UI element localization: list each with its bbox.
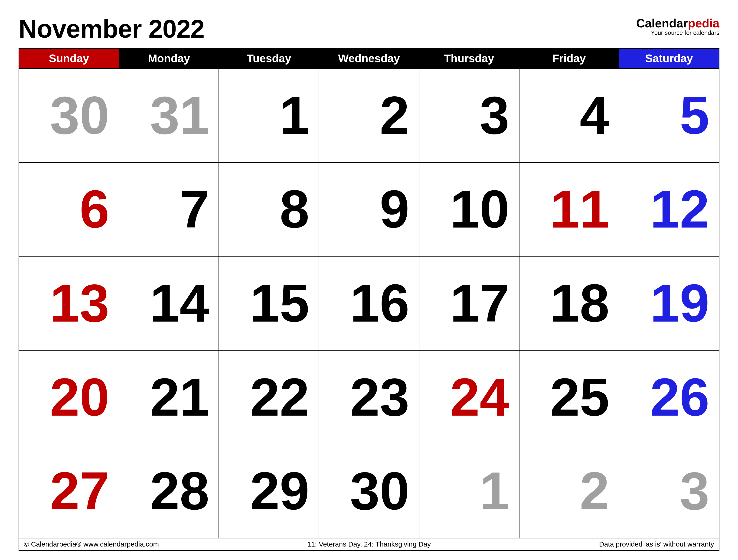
day-cell: 5	[619, 68, 719, 162]
day-cell: 16	[319, 256, 419, 350]
brand-tagline: Your source for calendars	[636, 29, 719, 36]
brand-part1: Calendar	[636, 16, 688, 30]
day-cell: 15	[219, 256, 319, 350]
footer-holidays: 11: Veterans Day, 24: Thanksgiving Day	[254, 540, 484, 548]
day-header-row: Sunday Monday Tuesday Wednesday Thursday…	[19, 48, 719, 68]
day-cell: 2	[519, 444, 619, 538]
day-cell: 30	[19, 68, 119, 162]
page-title: November 2022	[19, 14, 205, 43]
day-cell: 13	[19, 256, 119, 350]
day-cell: 11	[519, 162, 619, 256]
day-cell: 4	[519, 68, 619, 162]
footer-warranty: Data provided 'as is' without warranty	[484, 540, 714, 548]
day-cell: 3	[619, 444, 719, 538]
calendar-table: Sunday Monday Tuesday Wednesday Thursday…	[19, 48, 719, 538]
day-cell: 28	[119, 444, 219, 538]
header: November 2022 Calendarpedia Your source …	[19, 14, 719, 43]
day-cell: 27	[19, 444, 119, 538]
week-row: 27282930123	[19, 444, 719, 538]
day-cell: 19	[619, 256, 719, 350]
week-row: 303112345	[19, 68, 719, 162]
footer-copyright: © Calendarpedia® www.calendarpedia.com	[24, 540, 254, 548]
day-cell: 23	[319, 350, 419, 444]
brand-part2: pedia	[688, 16, 719, 30]
brand-block: Calendarpedia Your source for calendars	[636, 14, 719, 36]
footer: © Calendarpedia® www.calendarpedia.com 1…	[19, 538, 719, 551]
day-cell: 22	[219, 350, 319, 444]
day-cell: 25	[519, 350, 619, 444]
day-header-wednesday: Wednesday	[319, 48, 419, 68]
day-cell: 17	[419, 256, 519, 350]
day-cell: 12	[619, 162, 719, 256]
day-header-saturday: Saturday	[619, 48, 719, 68]
day-cell: 3	[419, 68, 519, 162]
day-cell: 14	[119, 256, 219, 350]
day-cell: 21	[119, 350, 219, 444]
day-cell: 29	[219, 444, 319, 538]
brand-name: Calendarpedia	[636, 16, 719, 30]
day-cell: 7	[119, 162, 219, 256]
day-cell: 30	[319, 444, 419, 538]
week-row: 6789101112	[19, 162, 719, 256]
day-cell: 6	[19, 162, 119, 256]
day-header-friday: Friday	[519, 48, 619, 68]
day-cell: 1	[219, 68, 319, 162]
day-cell: 26	[619, 350, 719, 444]
day-cell: 1	[419, 444, 519, 538]
day-cell: 20	[19, 350, 119, 444]
week-row: 20212223242526	[19, 350, 719, 444]
day-cell: 8	[219, 162, 319, 256]
day-cell: 24	[419, 350, 519, 444]
day-header-thursday: Thursday	[419, 48, 519, 68]
day-cell: 10	[419, 162, 519, 256]
day-header-sunday: Sunday	[19, 48, 119, 68]
day-cell: 18	[519, 256, 619, 350]
day-cell: 2	[319, 68, 419, 162]
day-header-monday: Monday	[119, 48, 219, 68]
day-cell: 31	[119, 68, 219, 162]
week-row: 13141516171819	[19, 256, 719, 350]
day-header-tuesday: Tuesday	[219, 48, 319, 68]
day-cell: 9	[319, 162, 419, 256]
